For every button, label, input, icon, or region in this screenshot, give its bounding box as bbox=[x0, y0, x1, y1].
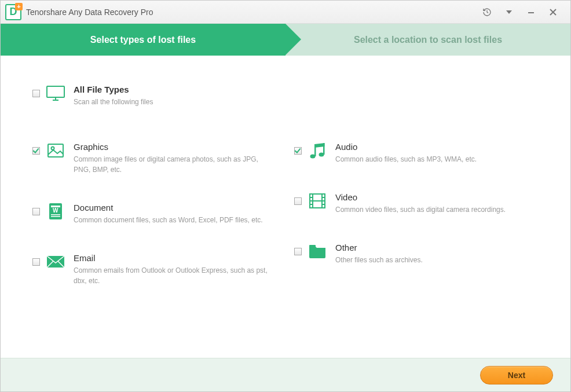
titlebar: D+ Tenorshare Any Data Recovery Pro bbox=[1, 1, 570, 24]
document-icon: W bbox=[46, 203, 65, 220]
file-type-desc: Common image files or digital camera pho… bbox=[74, 154, 277, 175]
email-icon bbox=[46, 253, 65, 270]
checkbox-document[interactable] bbox=[32, 208, 40, 215]
file-type-document[interactable]: W Document Common document files, such a… bbox=[32, 203, 277, 225]
svg-point-8 bbox=[52, 147, 54, 150]
checkbox-graphics[interactable] bbox=[32, 147, 40, 155]
app-window: D+ Tenorshare Any Data Recovery Pro Sele… bbox=[0, 0, 571, 392]
file-type-title: All File Types bbox=[74, 85, 539, 94]
image-icon bbox=[46, 142, 65, 159]
file-type-all[interactable]: All File Types Scan all the following fi… bbox=[32, 85, 539, 107]
checkbox-video[interactable] bbox=[294, 197, 302, 205]
svg-rect-4 bbox=[47, 86, 64, 97]
svg-text:W: W bbox=[53, 207, 58, 214]
step-select-location[interactable]: Select a location to scan lost files bbox=[286, 24, 570, 56]
file-type-other[interactable]: Other Other files such as archives. bbox=[294, 243, 539, 265]
step-select-types: Select types of lost files bbox=[1, 24, 286, 56]
file-type-desc: Other files such as archives. bbox=[335, 255, 539, 265]
file-type-title: Video bbox=[335, 192, 539, 202]
checkbox-audio[interactable] bbox=[294, 147, 302, 155]
file-type-email[interactable]: Email Common emails from Outlook or Outl… bbox=[32, 253, 277, 286]
minimize-button[interactable] bbox=[526, 8, 536, 17]
file-type-title: Graphics bbox=[74, 142, 277, 152]
file-type-selection: All File Types Scan all the following fi… bbox=[1, 56, 570, 358]
close-button[interactable] bbox=[548, 8, 558, 17]
app-logo: D+ bbox=[5, 4, 21, 20]
file-type-desc: Common document files, such as Word, Exc… bbox=[74, 215, 277, 225]
checkbox-email[interactable] bbox=[32, 258, 40, 266]
next-button[interactable]: Next bbox=[480, 366, 553, 384]
svg-rect-7 bbox=[48, 144, 63, 157]
audio-icon bbox=[308, 142, 327, 159]
video-icon bbox=[308, 192, 327, 210]
footer-bar: Next bbox=[1, 358, 570, 391]
file-type-graphics[interactable]: Graphics Common image files or digital c… bbox=[32, 142, 277, 175]
svg-rect-32 bbox=[309, 245, 316, 247]
app-title: Tenorshare Any Data Recovery Pro bbox=[26, 8, 482, 17]
svg-marker-0 bbox=[506, 10, 512, 14]
svg-rect-1 bbox=[528, 12, 534, 13]
file-type-desc: Common audio files, such as MP3, WMA, et… bbox=[335, 154, 539, 164]
file-type-desc: Common video files, such as digital came… bbox=[335, 204, 539, 215]
window-controls bbox=[482, 8, 566, 17]
file-type-title: Audio bbox=[335, 142, 539, 152]
wizard-steps: Select types of lost files Select a loca… bbox=[1, 24, 570, 56]
file-type-desc: Scan all the following files bbox=[74, 97, 539, 107]
file-type-video[interactable]: Video Common video files, such as digita… bbox=[294, 192, 539, 215]
svg-rect-12 bbox=[51, 214, 60, 215]
file-type-desc: Common emails from Outlook or Outlook Ex… bbox=[74, 265, 277, 286]
file-type-title: Document bbox=[74, 203, 277, 213]
svg-marker-21 bbox=[314, 143, 325, 148]
svg-rect-13 bbox=[51, 216, 60, 217]
checkbox-all[interactable] bbox=[32, 90, 40, 97]
file-type-title: Email bbox=[74, 253, 277, 263]
file-type-audio[interactable]: Audio Common audio files, such as MP3, W… bbox=[294, 142, 539, 164]
monitor-icon bbox=[46, 85, 65, 102]
dropdown-icon[interactable] bbox=[504, 8, 514, 17]
checkbox-other[interactable] bbox=[294, 248, 302, 255]
folder-icon bbox=[308, 243, 327, 260]
history-icon[interactable] bbox=[482, 8, 492, 17]
file-type-title: Other bbox=[335, 243, 539, 252]
